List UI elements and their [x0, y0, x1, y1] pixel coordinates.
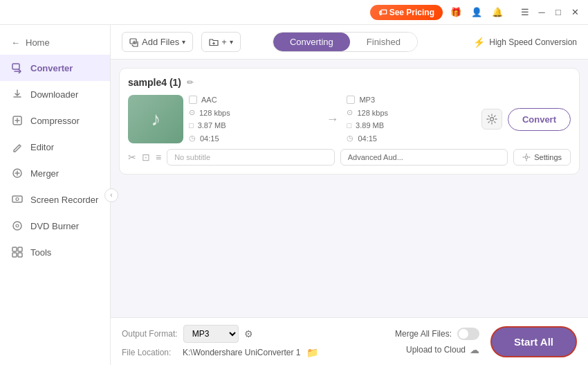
profile-icon[interactable]: 👤 [469, 5, 484, 20]
cut-icon[interactable]: ✂ [128, 152, 136, 163]
format-settings-icon[interactable]: ⚙ [244, 328, 253, 339]
effects-icon[interactable]: ≡ [156, 152, 161, 163]
high-speed-label: High Speed Conversion [489, 37, 577, 47]
merge-files-row: Merge All Files: [395, 328, 479, 340]
sidebar-item-merger[interactable]: Merger [0, 160, 110, 186]
target-bitrate: 128 kbps [357, 109, 388, 117]
gift-icon[interactable]: 🎁 [448, 5, 463, 20]
add-files-button[interactable]: Add Files ▾ [122, 32, 193, 52]
settings-label: Settings [534, 153, 562, 161]
tools-icon [11, 246, 24, 258]
add-files-icon [129, 37, 139, 47]
source-duration-row: ◷ 04:15 [189, 134, 318, 143]
sidebar-item-dvd-burner[interactable]: DVD Burner [0, 213, 110, 239]
target-clock-icon: ◷ [347, 134, 353, 143]
sidebar-item-editor[interactable]: Editor [0, 134, 110, 160]
merger-label: Merger [30, 168, 59, 179]
high-speed-section: ⚡ High Speed Conversion [473, 37, 577, 48]
compressor-icon [11, 114, 24, 127]
sidebar-item-converter[interactable]: Converter [0, 55, 110, 81]
target-info: MP3 ⊙ 128 kbps □ 3.89 MB ◷ 04:15 [347, 96, 475, 143]
tag-icon: 🏷 [378, 8, 387, 17]
see-pricing-button[interactable]: 🏷 See Pricing [370, 5, 443, 20]
tab-finished[interactable]: Finished [350, 33, 417, 51]
file-card: sample4 (1) ✏ ♪ AAC [119, 68, 580, 175]
advanced-audio-select[interactable]: Advanced Aud... [340, 149, 508, 166]
svg-rect-9 [12, 253, 17, 257]
file-body: ♪ AAC ⊙ 128 kbps □ [128, 95, 571, 143]
svg-rect-11 [130, 39, 136, 44]
svg-rect-0 [12, 64, 19, 69]
downloader-label: Downloader [30, 89, 78, 100]
close-button[interactable]: ✕ [567, 5, 582, 20]
bell-icon[interactable]: 🔔 [490, 5, 505, 20]
sidebar-collapse-button[interactable]: ‹ [104, 188, 118, 202]
toolbar: Add Files ▾ + ▾ Converting Finished ⚡ Hi… [111, 25, 588, 60]
target-size-icon: □ [347, 121, 351, 130]
pricing-label: See Pricing [389, 8, 434, 17]
dvd-burner-icon [11, 220, 24, 232]
upload-cloud-label: Upload to Cloud [406, 345, 466, 355]
convert-arrow-icon: → [326, 112, 338, 127]
merge-files-toggle[interactable] [457, 328, 479, 340]
editor-label: Editor [30, 142, 54, 152]
sidebar-item-compressor[interactable]: Compressor [0, 107, 110, 134]
downloader-icon [11, 88, 24, 100]
folder-browse-icon[interactable]: 📁 [306, 347, 318, 358]
file-location-value: K:\Wondershare UniConverter 1 [183, 348, 301, 357]
source-format-row: AAC [189, 96, 318, 104]
bottom-right: Merge All Files: Upload to Cloud ☁ [395, 328, 479, 355]
sidebar-home[interactable]: ← Home [0, 30, 110, 55]
source-bitrate-row: ⊙ 128 kbps [189, 108, 318, 117]
file-thumbnail: ♪ [128, 95, 183, 143]
sidebar-home-label: Home [26, 37, 50, 48]
menu-icon[interactable]: ☰ [517, 5, 533, 20]
converter-icon [11, 62, 24, 74]
target-format-row: MP3 [347, 96, 475, 104]
file-location-row: File Location: K:\Wondershare UniConvert… [122, 347, 384, 358]
minimize-button[interactable]: ─ [534, 5, 549, 20]
bottom-left: Output Format: MP3 ⚙ File Location: K:\W… [122, 325, 384, 358]
add-folder-label: + [221, 37, 227, 47]
target-bitrate-icon: ⊙ [347, 108, 353, 117]
subtitle-select[interactable]: No subtitle [167, 149, 335, 166]
file-actions-row: ✂ ⊡ ≡ No subtitle Advanced Aud... [128, 149, 571, 166]
source-bitrate: 128 kbps [199, 109, 230, 117]
file-title: sample4 (1) [128, 77, 181, 88]
music-note-icon: ♪ [151, 108, 160, 130]
sidebar: ← Home Converter Downloader [0, 25, 111, 365]
add-folder-button[interactable]: + ▾ [201, 32, 241, 52]
output-format-select[interactable]: MP3 [183, 325, 239, 343]
dropdown-arrow-icon: ▾ [182, 38, 185, 46]
titlebar-pricing-section: 🏷 See Pricing 🎁 👤 🔔 [370, 5, 505, 20]
start-all-button[interactable]: Start All [490, 326, 577, 357]
output-format-row: Output Format: MP3 ⚙ [122, 325, 384, 343]
dvd-burner-label: DVD Burner [30, 221, 79, 231]
svg-point-6 [16, 224, 19, 227]
maximize-button[interactable]: □ [551, 5, 566, 20]
sidebar-item-downloader[interactable]: Downloader [0, 81, 110, 107]
back-icon: ← [11, 37, 20, 48]
tab-converting[interactable]: Converting [273, 33, 350, 51]
upload-cloud-row: Upload to Cloud ☁ [406, 344, 479, 355]
svg-point-12 [490, 118, 493, 121]
sidebar-item-screen-recorder[interactable]: Screen Recorder [0, 186, 110, 213]
target-duration-row: ◷ 04:15 [347, 134, 475, 143]
settings-button[interactable]: Settings [513, 149, 571, 166]
svg-point-13 [525, 156, 528, 159]
crop-icon[interactable]: ⊡ [142, 152, 150, 163]
size-icon: □ [189, 121, 194, 130]
svg-point-4 [16, 198, 19, 201]
sidebar-item-tools[interactable]: Tools [0, 239, 110, 265]
convert-section: Convert [481, 108, 571, 131]
cloud-icon[interactable]: ☁ [470, 344, 479, 355]
converter-label: Converter [30, 63, 73, 73]
edit-icon[interactable]: ✏ [187, 78, 194, 87]
convert-button[interactable]: Convert [508, 108, 571, 131]
source-format: AAC [201, 96, 217, 104]
target-format-checkbox-icon [347, 96, 355, 104]
file-settings-icon-button[interactable] [481, 109, 502, 130]
lightning-icon: ⚡ [473, 37, 485, 48]
format-checkbox-icon [189, 96, 197, 104]
merger-icon [11, 167, 24, 179]
